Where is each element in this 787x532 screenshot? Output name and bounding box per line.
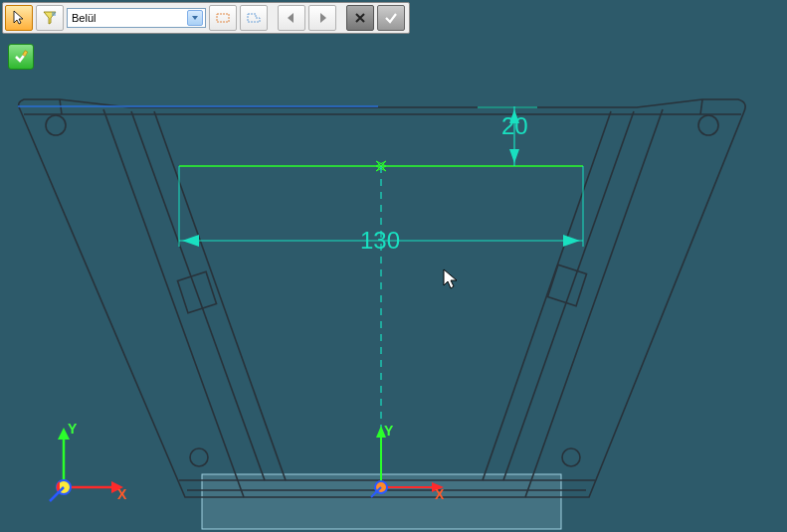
arrow-right-icon xyxy=(314,10,330,26)
dimension-height[interactable]: 20 xyxy=(478,106,537,166)
funnel-icon xyxy=(42,10,58,26)
check-icon xyxy=(383,10,399,26)
region-outside-button[interactable] xyxy=(240,5,268,31)
confirm-button[interactable] xyxy=(377,5,405,31)
svg-marker-16 xyxy=(563,235,580,247)
check-icon xyxy=(13,49,29,65)
svg-marker-10 xyxy=(509,149,519,163)
svg-rect-0 xyxy=(217,14,229,22)
axis-x-center-label: X xyxy=(435,486,445,502)
svg-point-5 xyxy=(698,115,718,135)
dimension-height-value: 20 xyxy=(501,112,528,139)
select-tool-button[interactable] xyxy=(5,5,33,31)
svg-rect-1 xyxy=(23,51,28,57)
region-inside-icon xyxy=(215,10,231,26)
sketch-toolbar: Belül xyxy=(2,2,410,34)
back-button[interactable] xyxy=(278,5,305,31)
cursor-icon xyxy=(11,10,27,26)
cancel-button[interactable] xyxy=(346,5,374,31)
svg-marker-15 xyxy=(182,235,199,247)
view-triad: X Y xyxy=(50,421,127,502)
axis-x-label: X xyxy=(117,486,127,502)
close-icon xyxy=(352,10,368,26)
chevron-down-icon xyxy=(187,10,203,26)
filter-dropdown-value: Belül xyxy=(72,12,187,24)
axis-y-center-label: Y xyxy=(384,423,394,439)
axis-y-label: Y xyxy=(68,421,78,437)
region-outside-icon xyxy=(246,10,262,26)
svg-point-7 xyxy=(562,448,580,466)
finish-sketch-button[interactable] xyxy=(8,44,34,70)
svg-point-6 xyxy=(190,448,208,466)
cad-viewport[interactable]: 20 130 X Y X Y xyxy=(0,0,787,532)
svg-point-4 xyxy=(46,115,66,135)
filter-tool-button[interactable] xyxy=(36,5,64,31)
filter-dropdown[interactable]: Belül xyxy=(67,8,206,28)
forward-button[interactable] xyxy=(308,5,336,31)
dimension-width-value: 130 xyxy=(360,227,400,254)
arrow-left-icon xyxy=(284,10,299,26)
mouse-cursor-icon xyxy=(442,268,462,292)
region-inside-button[interactable] xyxy=(209,5,237,31)
